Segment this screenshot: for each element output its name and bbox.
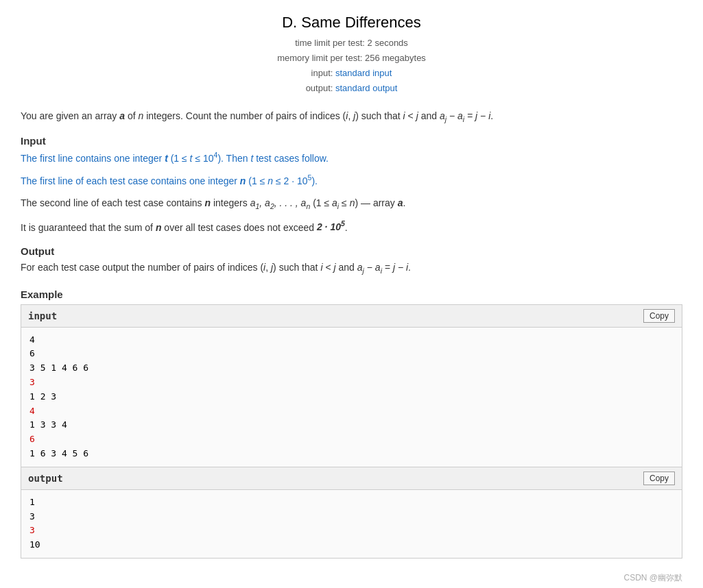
input-section-line4: It is guaranteed that the sum of n over … bbox=[21, 219, 682, 236]
input-section-line3: The second line of each test case contai… bbox=[21, 195, 682, 213]
output-type: output: standard output bbox=[21, 81, 682, 96]
time-limit: time limit per test: 2 seconds bbox=[21, 36, 682, 51]
input-example-body: 4 6 3 5 1 4 6 6 3 1 2 3 4 1 3 3 4 6 1 6 … bbox=[21, 328, 682, 467]
input-line-5: 1 2 3 bbox=[29, 390, 674, 404]
output-example-block: output Copy 1 3 3 10 bbox=[21, 467, 682, 559]
meta-info: time limit per test: 2 seconds memory li… bbox=[21, 36, 682, 96]
copy-input-button[interactable]: Copy bbox=[643, 309, 675, 323]
input-section-title: Input bbox=[21, 135, 682, 147]
input-line-1: 4 bbox=[29, 333, 674, 347]
page-title: D. Same Differences bbox=[21, 14, 682, 32]
output-example-label: output bbox=[28, 473, 63, 484]
output-line-2: 3 bbox=[29, 510, 674, 524]
input-line-7: 1 3 3 4 bbox=[29, 418, 674, 432]
input-line-8: 6 bbox=[29, 432, 674, 447]
copy-output-button[interactable]: Copy bbox=[643, 471, 675, 485]
output-line-1: 1 bbox=[29, 495, 674, 510]
input-line-3: 3 5 1 4 6 6 bbox=[29, 361, 674, 376]
input-line-2: 6 bbox=[29, 347, 674, 361]
memory-limit: memory limit per test: 256 megabytes bbox=[21, 51, 682, 66]
example-title: Example bbox=[21, 289, 682, 300]
input-line-9: 1 6 3 4 5 6 bbox=[29, 447, 674, 461]
output-line-4: 10 bbox=[29, 538, 674, 552]
output-example-header: output Copy bbox=[21, 467, 682, 490]
input-section-line1: The first line contains one integer t (1… bbox=[21, 149, 682, 167]
footer-text: CSDN @幽弥默 bbox=[21, 572, 682, 584]
input-type: input: standard input bbox=[21, 66, 682, 81]
problem-statement: You are given an array a of n integers. … bbox=[21, 108, 682, 125]
output-type-value: standard output bbox=[335, 83, 397, 93]
output-line-3: 3 bbox=[29, 524, 674, 538]
input-section-line2: The first line of each test case contain… bbox=[21, 172, 682, 189]
input-example-block: input Copy 4 6 3 5 1 4 6 6 3 1 2 3 4 1 3… bbox=[21, 304, 682, 467]
input-example-label: input bbox=[28, 310, 57, 321]
input-line-4: 3 bbox=[29, 376, 674, 390]
input-example-header: input Copy bbox=[21, 305, 682, 328]
output-section-content: For each test case output the number of … bbox=[21, 260, 682, 278]
output-example-body: 1 3 3 10 bbox=[21, 490, 682, 558]
output-section-title: Output bbox=[21, 245, 682, 257]
input-type-value: standard input bbox=[335, 68, 392, 78]
input-line-6: 4 bbox=[29, 404, 674, 419]
